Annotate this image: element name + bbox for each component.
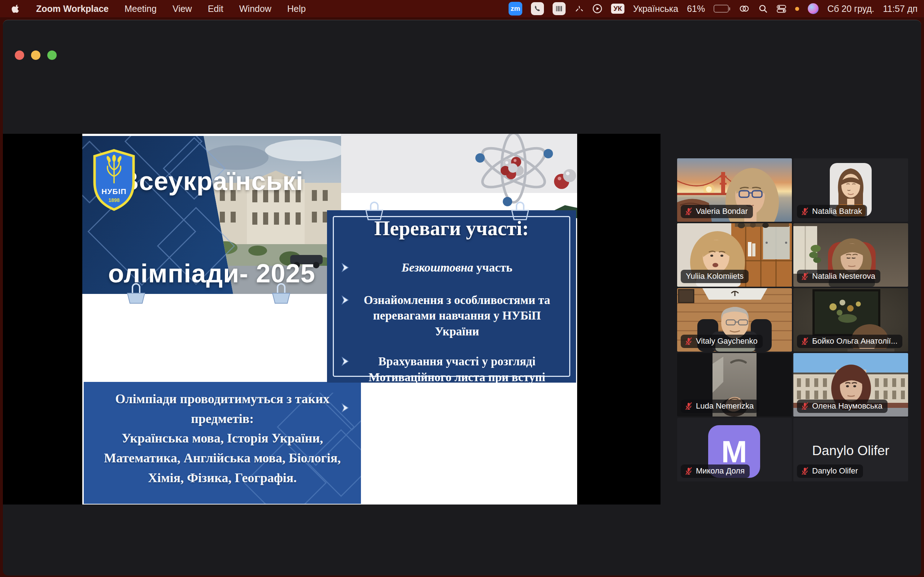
atom-illustration (465, 134, 577, 210)
menu-item-window[interactable]: Window (239, 3, 271, 14)
participant-name: Luda Nemerizka (696, 401, 754, 411)
barcode-app-icon[interactable] (552, 2, 565, 15)
university-crest: НУБІП 1898 (92, 148, 136, 213)
participant-name: Valeria Bondar (696, 206, 748, 216)
participant-name: Vitaly Gaychenko (696, 337, 758, 346)
presentation-slide: Всеукраїнські олімпіади- 2025 (82, 134, 577, 504)
participant-nameplate: Олена Наумовська (797, 400, 888, 413)
mic-muted-icon (801, 207, 809, 216)
participant-tile[interactable]: Danylo Olifer Danylo Olifer (793, 418, 908, 482)
participant-tile-active-speaker[interactable]: Yuliia Kolomiiets (677, 223, 792, 287)
battery-icon[interactable] (714, 5, 730, 13)
subjects-card: Олімпіади проводитимуться з таких предме… (84, 382, 361, 504)
subjects-list: Українська мова, Історія України, Матема… (89, 429, 355, 488)
avatar-letter: M (721, 434, 747, 469)
siri-icon[interactable] (808, 3, 819, 14)
link-icon[interactable] (739, 4, 750, 13)
minimize-button[interactable] (31, 50, 40, 60)
zoom-app-badge[interactable]: zm (509, 2, 522, 16)
participants-panel: Valeria Bondar Na (677, 158, 908, 482)
participant-tile[interactable]: M Микола Доля (677, 418, 792, 482)
crest-year: 1898 (92, 197, 136, 203)
binder-clip-icon (507, 200, 533, 221)
binder-clip-icon (270, 279, 292, 305)
mic-muted-icon (684, 467, 693, 475)
sparkle-icon[interactable] (574, 4, 584, 13)
window-controls (15, 50, 57, 60)
benefit-item: Ознайомлення з особливостями та перевага… (340, 292, 563, 340)
mic-muted-icon (684, 337, 693, 345)
battery-percent: 61% (687, 3, 705, 14)
mic-muted-icon (684, 402, 693, 410)
search-icon[interactable] (758, 4, 768, 13)
participant-nameplate: Vitaly Gaychenko (681, 335, 762, 348)
benefit-item: Іменний Сертифікат учасника (340, 400, 563, 416)
participant-nameplate: Luda Nemerizka (681, 400, 759, 413)
participant-tile[interactable]: Natalia Nesterova (793, 223, 908, 287)
participant-display-name: Danylo Olifer (793, 443, 908, 458)
participant-nameplate: Valeria Bondar (681, 205, 753, 218)
zoom-window: Всеукраїнські олімпіади- 2025 (3, 20, 921, 575)
close-button[interactable] (15, 50, 24, 60)
input-language-label: Українська (633, 3, 678, 14)
mic-muted-icon (684, 207, 693, 216)
participant-name: Микола Доля (696, 466, 745, 475)
title-card: Всеукраїнські олімпіади- 2025 (82, 136, 341, 294)
participant-nameplate: Natalia Nesterova (797, 270, 880, 283)
control-center-icon[interactable] (776, 4, 787, 13)
participant-name: Yuliia Kolomiiets (686, 272, 743, 281)
mic-muted-icon (801, 272, 809, 280)
participant-tile[interactable]: Олена Наумовська (793, 353, 908, 416)
benefits-list: Безкоштовна участь Ознайомлення з особли… (340, 252, 563, 416)
participant-name: Danylo Olifer (812, 466, 858, 475)
participant-tile[interactable]: Natalia Batrak (793, 158, 908, 222)
crest-abbr: НУБІП (92, 187, 136, 196)
participant-name: Олена Наумовська (812, 401, 882, 411)
binder-clip-icon (362, 200, 387, 221)
menu-item-meeting[interactable]: Meeting (124, 3, 157, 14)
participant-name: Natalia Nesterova (812, 272, 875, 281)
participant-nameplate: Бойко Ольга Анатолії... (797, 335, 902, 348)
participant-tile[interactable]: Luda Nemerizka (677, 353, 792, 416)
apple-menu-icon[interactable] (11, 4, 20, 13)
participant-nameplate: Микола Доля (681, 464, 750, 478)
menu-bar: Zoom Workplace Meeting View Edit Window … (0, 0, 924, 17)
participant-tile[interactable]: Vitaly Gaychenko (677, 288, 792, 351)
fullscreen-button[interactable] (47, 50, 57, 60)
subjects-heading: Олімпіади проводитимуться з таких предме… (89, 389, 355, 429)
participant-tile[interactable]: Valeria Bondar (677, 158, 792, 222)
participant-name: Бойко Ольга Анатолії... (812, 337, 898, 346)
mic-muted-icon (801, 467, 809, 475)
participant-name: Natalia Batrak (812, 206, 862, 216)
menu-item-edit[interactable]: Edit (208, 3, 223, 14)
benefit-item: Врахування участі у розгляді Мотиваційно… (340, 354, 563, 385)
slide-title-line2: олімпіади- 2025 (82, 259, 341, 288)
menubar-date[interactable]: Сб 20 груд. (827, 3, 874, 14)
participant-nameplate: Yuliia Kolomiiets (681, 270, 749, 283)
phone-app-icon[interactable] (531, 2, 544, 15)
recording-dot (795, 7, 799, 11)
participant-nameplate: Danylo Olifer (797, 464, 863, 478)
input-language-badge[interactable]: УК (611, 3, 624, 14)
menubar-time[interactable]: 11:57 дп (883, 3, 918, 14)
benefit-item: Безкоштовна участь (340, 260, 563, 276)
participant-tile[interactable]: Бойко Ольга Анатолії... (793, 288, 908, 351)
play-circle-icon[interactable] (592, 3, 603, 14)
menu-item-view[interactable]: View (173, 3, 192, 14)
menu-app-name[interactable]: Zoom Workplace (36, 3, 109, 14)
benefits-card: Переваги участі: Безкоштовна участь Озна… (327, 210, 576, 383)
menu-item-help[interactable]: Help (287, 3, 306, 14)
mic-muted-icon (801, 402, 809, 410)
mic-muted-icon (801, 337, 809, 345)
shared-screen: Всеукраїнські олімпіади- 2025 (3, 134, 661, 504)
participant-nameplate: Natalia Batrak (797, 205, 867, 218)
binder-clip-icon (125, 279, 147, 305)
